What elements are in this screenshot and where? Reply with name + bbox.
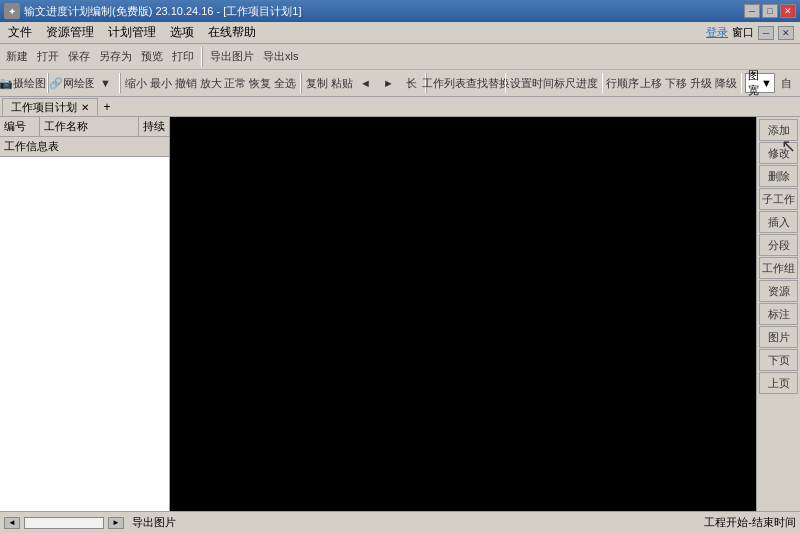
image-button[interactable]: 图片: [759, 326, 798, 348]
edit-work-button[interactable]: 修改: [759, 142, 798, 164]
select-all-btn[interactable]: 全选: [273, 72, 297, 94]
view-mode-label: 摄绘图: [13, 76, 46, 91]
progress-btn[interactable]: 进度: [575, 72, 599, 94]
col-name-header: 工作名称: [40, 117, 139, 136]
window-menu[interactable]: 窗口: [732, 25, 754, 40]
col-number-header: 编号: [0, 117, 40, 136]
title-bar-left: ✦ 输文进度计划编制(免费版) 23.10.24.16 - [工作项目计划1]: [4, 3, 302, 19]
open-button[interactable]: 打开: [33, 46, 63, 68]
tab-add-button[interactable]: +: [98, 98, 116, 116]
scroll-right-btn[interactable]: ►: [108, 517, 124, 529]
scroll-track[interactable]: [24, 517, 104, 529]
delete-work-button[interactable]: 删除: [759, 165, 798, 187]
title-bar-controls: ─ □ ✕: [744, 4, 796, 18]
app-icon: ✦: [4, 3, 20, 19]
next-page-button[interactable]: 下页: [759, 349, 798, 371]
view-mode-btn[interactable]: 📷 摄绘图: [2, 72, 44, 94]
close-button[interactable]: ✕: [780, 4, 796, 18]
arrow-right-btn[interactable]: ►: [377, 72, 399, 94]
dropdown-arrow-icon: ▼: [761, 77, 772, 89]
saveas-button[interactable]: 另存为: [95, 46, 136, 68]
min-button[interactable]: ─: [744, 4, 760, 18]
segment-button[interactable]: 分段: [759, 234, 798, 256]
main-area: 编号 工作名称 持续 工作信息表 添加 修改 删除 子工作 插入 分段 工作组 …: [0, 117, 800, 511]
separator1: [201, 47, 203, 67]
status-left: ◄ ► 导出图片: [4, 515, 176, 530]
login-area: 登录 窗口 ─ ✕: [702, 25, 798, 40]
tab-work-plan-label: 工作项目计划: [11, 100, 77, 115]
login-link[interactable]: 登录: [706, 25, 728, 40]
separator4: [300, 73, 302, 93]
sub-close-button[interactable]: ✕: [778, 26, 794, 40]
work-group-button[interactable]: 工作组: [759, 257, 798, 279]
status-right-text: 工程开始-结束时间: [704, 515, 796, 530]
arrow-left-btn[interactable]: ◄: [354, 72, 376, 94]
zoom-out-btn[interactable]: 缩小: [124, 72, 148, 94]
add-tab-icon: +: [103, 100, 110, 114]
new-button[interactable]: 新建: [2, 46, 32, 68]
scroll-left-btn[interactable]: ◄: [4, 517, 20, 529]
min-view-btn[interactable]: 最小: [149, 72, 173, 94]
status-left-text: 导出图片: [132, 515, 176, 530]
work-info-label: 工作信息表: [4, 140, 59, 152]
separator8: [741, 73, 743, 93]
upgrade-btn[interactable]: 升级: [689, 72, 713, 94]
tab-bar: 工作项目计划 ✕ +: [0, 97, 800, 117]
separator3: [119, 73, 121, 93]
settings-btn[interactable]: 设置: [509, 72, 533, 94]
left-content-area: [0, 157, 169, 511]
export-xls-button[interactable]: 导出xls: [259, 46, 302, 68]
camera-icon: 📷: [0, 77, 13, 90]
col-duration-header: 持续: [139, 117, 169, 136]
max-button[interactable]: □: [762, 4, 778, 18]
network-diagram-btn[interactable]: 🔗 网绘图: [52, 72, 94, 94]
menu-help[interactable]: 在线帮助: [202, 22, 262, 43]
row-order-btn[interactable]: 行顺序: [606, 72, 638, 94]
separator7: [602, 73, 604, 93]
toolbar-row2: 📷 摄绘图 🔗 网绘图 ▼ 缩小 最小 撤销 放大 正常 恢复 全选 复制 粘贴…: [0, 70, 800, 96]
resource-button[interactable]: 资源: [759, 280, 798, 302]
menu-options[interactable]: 选项: [164, 22, 200, 43]
export-image-button[interactable]: 导出图片: [206, 46, 258, 68]
prev-page-button[interactable]: 上页: [759, 372, 798, 394]
paste-btn[interactable]: 粘贴: [330, 72, 354, 94]
zoom-in-btn[interactable]: 放大: [199, 72, 223, 94]
menu-file[interactable]: 文件: [2, 22, 38, 43]
undo-btn[interactable]: 撤销: [174, 72, 198, 94]
redo-btn[interactable]: 恢复: [248, 72, 272, 94]
work-list-btn[interactable]: 工作列表查找替换: [430, 72, 501, 94]
down-btn[interactable]: 下移: [664, 72, 688, 94]
menu-bar: 文件 资源管理 计划管理 选项 在线帮助 登录 窗口 ─ ✕: [0, 22, 800, 44]
dropdown-value: 图宽: [748, 68, 761, 98]
tab-work-plan[interactable]: 工作项目计划 ✕: [2, 98, 98, 116]
normal-btn[interactable]: 正常: [224, 72, 248, 94]
title-bar-text: 输文进度计划编制(免费版) 23.10.24.16 - [工作项目计划1]: [24, 4, 302, 19]
menu-resource[interactable]: 资源管理: [40, 22, 100, 43]
copy-btn[interactable]: 复制: [305, 72, 329, 94]
dropdown-arrow[interactable]: ▼: [94, 72, 116, 94]
downgrade-btn[interactable]: 降级: [714, 72, 738, 94]
set-btn[interactable]: 自: [776, 72, 798, 94]
sub-work-button[interactable]: 子工作: [759, 188, 798, 210]
length-btn[interactable]: 长: [400, 72, 422, 94]
network-icon: 🔗: [49, 77, 63, 90]
save-button[interactable]: 保存: [64, 46, 94, 68]
title-bar: ✦ 输文进度计划编制(免费版) 23.10.24.16 - [工作项目计划1] …: [0, 0, 800, 22]
view-dropdown[interactable]: 图宽 ▼: [745, 73, 775, 93]
right-panel: 添加 修改 删除 子工作 插入 分段 工作组 资源 标注 图片 下页 上页 ↖: [756, 117, 800, 511]
insert-button[interactable]: 插入: [759, 211, 798, 233]
menu-plan[interactable]: 计划管理: [102, 22, 162, 43]
toolbar-row1: 新建 打开 保存 另存为 预览 打印 导出图片 导出xls: [0, 44, 800, 70]
sub-min-button[interactable]: ─: [758, 26, 774, 40]
time-ruler-btn[interactable]: 时间标尺: [534, 72, 574, 94]
tab-close-icon[interactable]: ✕: [81, 102, 89, 113]
annotate-button[interactable]: 标注: [759, 303, 798, 325]
print-button[interactable]: 打印: [168, 46, 198, 68]
preview-button[interactable]: 预览: [137, 46, 167, 68]
up-btn[interactable]: 上移: [639, 72, 663, 94]
status-bar: ◄ ► 导出图片 工程开始-结束时间: [0, 511, 800, 533]
left-panel: 编号 工作名称 持续 工作信息表: [0, 117, 170, 511]
left-panel-info: 工作信息表: [0, 137, 169, 157]
separator6: [505, 73, 507, 93]
add-work-button[interactable]: 添加: [759, 119, 798, 141]
